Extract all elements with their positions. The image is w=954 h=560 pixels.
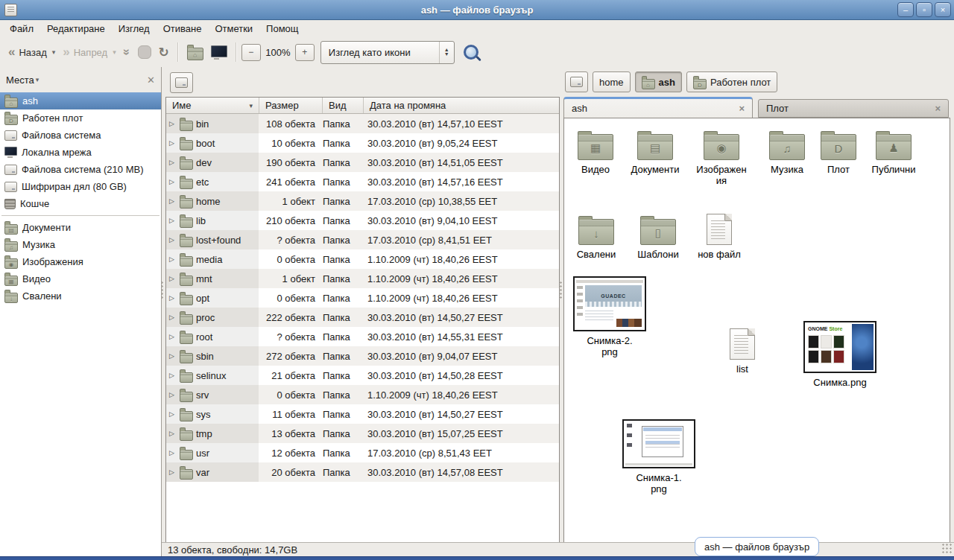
icon-view-item[interactable]: GNOME StoreСнимка.png xyxy=(800,321,880,388)
menu-item[interactable]: Отиване xyxy=(157,21,209,36)
menu-item[interactable]: Редактиране xyxy=(40,21,112,36)
icon-view-item[interactable]: ▦Видео xyxy=(572,129,619,175)
table-row[interactable]: ▷lib210 обектаПапка30.03.2010 (вт) 9,04,… xyxy=(166,211,559,230)
table-row[interactable]: ▷bin108 обектаПапка30.03.2010 (вт) 14,57… xyxy=(166,114,559,133)
column-header[interactable]: Дата на промяна xyxy=(364,98,559,113)
search-button[interactable] xyxy=(464,45,478,60)
table-row[interactable]: ▷usr12 обектаПапка17.03.2010 (ср) 8,51,4… xyxy=(166,443,559,462)
expander-icon[interactable]: ▷ xyxy=(169,449,177,456)
sidebar-item[interactable]: Кошче xyxy=(0,195,161,212)
table-row[interactable]: ▷sbin272 обектаПапка30.03.2010 (вт) 9,04… xyxy=(166,346,559,366)
back-button[interactable]: « Назад ▾ xyxy=(4,44,59,61)
sidebar-title[interactable]: Места xyxy=(6,74,34,86)
table-row[interactable]: ▷proc222 обектаПапка30.03.2010 (вт) 14,5… xyxy=(166,308,559,327)
back-dropdown-icon[interactable]: ▾ xyxy=(52,48,56,56)
icon-view-item[interactable]: DПлот xyxy=(819,129,858,175)
zoom-out-button[interactable]: − xyxy=(241,44,261,61)
table-row[interactable]: ▷dev190 обектаПапка30.03.2010 (вт) 14,51… xyxy=(166,153,559,172)
tab-close-icon[interactable]: × xyxy=(935,103,941,114)
expander-icon[interactable]: ▷ xyxy=(169,410,177,418)
expander-icon[interactable]: ▷ xyxy=(169,178,177,185)
icon-view-item[interactable]: нов файл xyxy=(695,214,743,260)
icon-view-item[interactable]: ▯Шаблони xyxy=(633,214,683,260)
tab-Плот[interactable]: Плот× xyxy=(758,99,949,118)
pathbar-button[interactable]: DРаботен плот xyxy=(686,71,777,92)
menu-item[interactable]: Изглед xyxy=(112,21,157,36)
sidebar-item[interactable]: ↓Свалени xyxy=(0,287,161,305)
close-button[interactable]: × xyxy=(935,2,951,17)
expander-icon[interactable]: ▷ xyxy=(169,275,177,282)
table-row[interactable]: ▷opt0 обектаПапка1.10.2009 (чт) 18,40,26… xyxy=(166,288,559,308)
icon-view-item[interactable]: ↓Свалени xyxy=(572,214,621,260)
icon-view-item[interactable]: ▤Документи xyxy=(625,129,685,175)
sidebar-item[interactable]: ⌂ash xyxy=(0,92,161,109)
tab-close-icon[interactable]: × xyxy=(739,103,745,114)
table-row[interactable]: ▷srv0 обектаПапка1.10.2009 (чт) 18,40,26… xyxy=(166,385,559,404)
icon-view-item[interactable]: Снимка-1.png xyxy=(621,419,697,494)
sidebar-item[interactable]: ▤Документи xyxy=(0,219,161,236)
expander-icon[interactable]: ▷ xyxy=(169,391,177,398)
pathbar-button[interactable] xyxy=(565,71,588,92)
column-header[interactable]: Размер xyxy=(259,98,323,113)
table-row[interactable]: ▷boot10 обектаПапка30.03.2010 (вт) 9,05,… xyxy=(166,133,559,153)
table-row[interactable]: ▷etc241 обектаПапка30.03.2010 (вт) 14,57… xyxy=(166,172,559,191)
icon-view-item[interactable]: list xyxy=(722,328,762,375)
expander-icon[interactable]: ▷ xyxy=(169,159,177,166)
table-row[interactable]: ▷root? обектаПапка30.03.2010 (вт) 14,55,… xyxy=(166,327,559,346)
sidebar-item[interactable]: Шифриран дял (80 GB) xyxy=(0,178,161,195)
expander-icon[interactable]: ▷ xyxy=(169,236,177,244)
sidebar-item[interactable]: ◉Изображения xyxy=(0,253,161,270)
sidebar-item[interactable]: Файлова система (210 MB) xyxy=(0,161,161,178)
menu-item[interactable]: Файл xyxy=(3,21,40,36)
tab-ash[interactable]: ash× xyxy=(563,97,753,118)
forward-button[interactable]: » Напред ▾ xyxy=(59,44,119,61)
icon-view-item[interactable]: ◉Изображения xyxy=(692,129,751,186)
computer-button[interactable] xyxy=(207,42,231,63)
menu-item[interactable]: Помощ xyxy=(259,21,305,36)
expander-icon[interactable]: ▷ xyxy=(169,352,177,360)
home-button[interactable]: ⌂ xyxy=(183,41,207,63)
expander-icon[interactable]: ▷ xyxy=(169,333,177,340)
expander-icon[interactable]: ▷ xyxy=(169,314,177,321)
sidebar-splitter-grip[interactable] xyxy=(160,281,164,300)
resize-grip[interactable] xyxy=(941,543,953,555)
column-header[interactable]: Вид xyxy=(323,98,364,113)
forward-dropdown-icon[interactable]: ▾ xyxy=(113,48,116,56)
table-row[interactable]: ▷var20 обектаПапка30.03.2010 (вт) 14,57,… xyxy=(166,462,559,482)
sidebar-item[interactable]: ▦Видео xyxy=(0,270,161,287)
sidebar-dropdown-icon[interactable]: ▾ xyxy=(36,76,40,83)
icon-view-item[interactable]: ♟Публични xyxy=(865,129,922,175)
column-header[interactable]: Име▾ xyxy=(166,98,259,113)
sidebar-item[interactable]: Файлова система xyxy=(0,127,161,144)
icon-view-item[interactable]: GUADECСнимка-2.png xyxy=(572,276,648,357)
expander-icon[interactable]: ▷ xyxy=(169,139,177,147)
maximize-button[interactable]: ▫ xyxy=(916,2,932,17)
expander-icon[interactable]: ▷ xyxy=(169,217,177,224)
icon-view-item[interactable]: ♫Музика xyxy=(764,129,810,175)
sidebar-close-icon[interactable]: ✕ xyxy=(147,74,155,86)
expander-icon[interactable]: ▷ xyxy=(169,120,177,127)
expander-icon[interactable]: ▷ xyxy=(169,197,177,205)
reload-button[interactable]: ↻ xyxy=(155,42,173,63)
expander-icon[interactable]: ▷ xyxy=(169,430,177,437)
tree-root-button[interactable] xyxy=(170,72,193,93)
table-row[interactable]: ▷lost+found? обектаПапка17.03.2010 (ср) … xyxy=(166,230,559,249)
pane-splitter-grip[interactable] xyxy=(559,281,563,300)
expander-icon[interactable]: ▷ xyxy=(169,372,177,379)
sidebar-item[interactable]: ♫Музика xyxy=(0,236,161,253)
expander-icon[interactable]: ▷ xyxy=(169,294,177,302)
up-button[interactable]: » xyxy=(120,42,134,62)
pathbar-button[interactable]: home xyxy=(593,71,631,92)
table-row[interactable]: ▷home1 обектПапка17.03.2010 (ср) 10,38,5… xyxy=(166,191,559,211)
table-row[interactable]: ▷media0 обектаПапка1.10.2009 (чт) 18,40,… xyxy=(166,249,559,269)
expander-icon[interactable]: ▷ xyxy=(169,255,177,263)
expander-icon[interactable]: ▷ xyxy=(169,468,177,476)
sidebar-item[interactable]: DРаботен плот xyxy=(0,109,161,127)
view-mode-select[interactable]: Изглед като икони ▲▼ xyxy=(320,41,455,64)
pathbar-button[interactable]: ⌂ash xyxy=(635,71,682,92)
table-row[interactable]: ▷selinux21 обектаПапка30.03.2010 (вт) 14… xyxy=(166,366,559,385)
zoom-in-button[interactable]: + xyxy=(295,44,315,61)
minimize-button[interactable]: – xyxy=(897,2,914,17)
sidebar-item[interactable]: Локална мрежа xyxy=(0,144,161,161)
table-row[interactable]: ▷mnt1 обектПапка1.10.2009 (чт) 18,40,26 … xyxy=(166,269,559,288)
